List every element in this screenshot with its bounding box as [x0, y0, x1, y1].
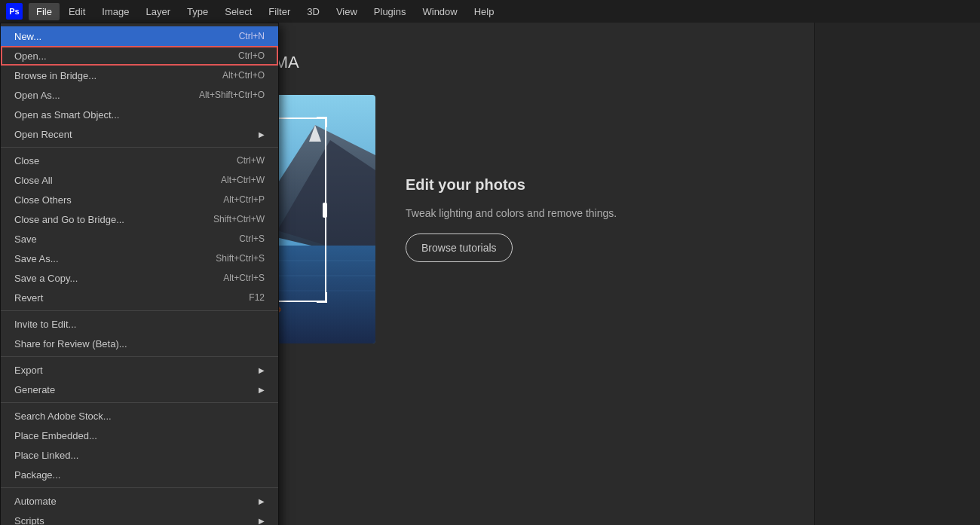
menu-item-close[interactable]: Close Ctrl+W: [1, 151, 278, 170]
menu-item-place-linked-label: Place Linked...: [14, 450, 265, 461]
scripts-arrow: ▶: [259, 517, 265, 525]
menu-item-open-smart-label: Open as Smart Object...: [14, 109, 265, 121]
right-panel: [814, 23, 980, 525]
menu-select[interactable]: Select: [217, 3, 259, 20]
browse-tutorials-button[interactable]: Browse tutorials: [406, 234, 513, 262]
menu-item-place-embedded[interactable]: Place Embedded...: [1, 426, 278, 445]
menu-item-scripts[interactable]: Scripts ▶: [1, 511, 278, 525]
menu-item-new-label: New...: [14, 31, 224, 42]
menu-edit[interactable]: Edit: [61, 3, 93, 20]
export-arrow: ▶: [259, 366, 265, 374]
menu-type[interactable]: Type: [179, 3, 216, 20]
menu-item-generate-label: Generate: [14, 384, 251, 395]
menu-item-open-as-shortcut: Alt+Shift+Ctrl+O: [199, 90, 265, 100]
menu-item-package-label: Package...: [14, 469, 265, 481]
menu-plugins[interactable]: Plugins: [366, 3, 414, 20]
automate-arrow: ▶: [259, 497, 265, 505]
menu-item-save-copy[interactable]: Save a Copy... Alt+Ctrl+S: [1, 268, 278, 288]
menu-item-open-shortcut: Ctrl+O: [238, 50, 265, 61]
open-recent-arrow: ▶: [259, 130, 265, 139]
separator-5: [1, 487, 278, 488]
menu-item-export-label: Export: [14, 365, 251, 376]
menu-item-save-as[interactable]: Save As... Shift+Ctrl+S: [1, 249, 278, 268]
menu-item-place-linked[interactable]: Place Linked...: [1, 445, 278, 465]
menu-item-place-embedded-label: Place Embedded...: [14, 430, 265, 441]
menu-item-open[interactable]: Open... Ctrl+O: [1, 46, 278, 66]
menu-layer[interactable]: Layer: [139, 3, 179, 20]
menu-item-close-all-shortcut: Alt+Ctrl+W: [221, 175, 265, 185]
menubar: Ps File Edit Image Layer Type Select Fil…: [0, 0, 980, 23]
card-description: Tweak lighting and colors and remove thi…: [406, 206, 617, 221]
menu-file[interactable]: File: [29, 3, 60, 20]
menu-help[interactable]: Help: [467, 3, 502, 20]
menu-item-browse-bridge[interactable]: Browse in Bridge... Alt+Ctrl+O: [1, 66, 278, 85]
menu-image[interactable]: Image: [94, 3, 136, 20]
menu-item-search-stock[interactable]: Search Adobe Stock...: [1, 406, 278, 426]
menu-item-share-review[interactable]: Share for Review (Beta)...: [1, 334, 278, 353]
menu-item-save-label: Save: [14, 234, 224, 245]
menu-item-close-others-shortcut: Alt+Ctrl+P: [223, 194, 265, 205]
menu-item-new-shortcut: Ctrl+N: [239, 31, 265, 41]
menu-item-close-label: Close: [14, 155, 222, 166]
menu-item-search-stock-label: Search Adobe Stock...: [14, 411, 265, 422]
menu-item-export[interactable]: Export ▶: [1, 360, 278, 380]
menu-item-revert-label: Revert: [14, 292, 234, 304]
menu-item-close-shortcut: Ctrl+W: [237, 155, 265, 166]
menu-item-revert[interactable]: Revert F12: [1, 288, 278, 307]
separator-2: [1, 310, 278, 311]
menu-item-open-smart[interactable]: Open as Smart Object...: [1, 105, 278, 124]
menu-item-save-shortcut: Ctrl+S: [239, 234, 265, 244]
menu-item-open-as-label: Open As...: [14, 90, 184, 101]
menu-item-share-review-label: Share for Review (Beta)...: [14, 338, 265, 349]
menu-item-close-all[interactable]: Close All Alt+Ctrl+W: [1, 170, 278, 190]
generate-arrow: ▶: [259, 386, 265, 394]
menu-item-browse-bridge-shortcut: Alt+Ctrl+O: [222, 70, 265, 81]
menu-window[interactable]: Window: [415, 3, 464, 20]
menu-item-browse-bridge-label: Browse in Bridge...: [14, 70, 207, 81]
menu-item-open-recent[interactable]: Open Recent ▶: [1, 124, 278, 144]
menu-item-package[interactable]: Package...: [1, 465, 278, 484]
info-panel: Edit your photos Tweak lighting and colo…: [406, 176, 617, 262]
menu-item-close-bridge[interactable]: Close and Go to Bridge... Shift+Ctrl+W: [1, 209, 278, 229]
menu-3d[interactable]: 3D: [299, 3, 327, 20]
menu-item-invite-edit[interactable]: Invite to Edit...: [1, 314, 278, 334]
menu-item-close-all-label: Close All: [14, 175, 206, 186]
menu-item-close-bridge-label: Close and Go to Bridge...: [14, 214, 198, 225]
menu-item-save-copy-label: Save a Copy...: [14, 273, 208, 284]
separator-4: [1, 402, 278, 403]
card-heading: Edit your photos: [406, 176, 617, 194]
menu-item-open-recent-label: Open Recent: [14, 129, 251, 140]
menu-view[interactable]: View: [329, 3, 365, 20]
menu-item-save-as-shortcut: Shift+Ctrl+S: [216, 253, 265, 264]
menu-item-scripts-label: Scripts: [14, 515, 251, 526]
separator-3: [1, 356, 278, 357]
menu-item-automate-label: Automate: [14, 496, 251, 507]
menu-item-generate[interactable]: Generate ▶: [1, 380, 278, 399]
menu-item-automate[interactable]: Automate ▶: [1, 491, 278, 511]
menu-item-invite-edit-label: Invite to Edit...: [14, 319, 265, 330]
menu-item-save-copy-shortcut: Alt+Ctrl+S: [223, 273, 265, 283]
menu-item-save[interactable]: Save Ctrl+S: [1, 229, 278, 249]
menu-item-close-others-label: Close Others: [14, 194, 208, 206]
file-dropdown-panel: New... Ctrl+N Open... Ctrl+O Browse in B…: [0, 23, 279, 525]
menu-item-revert-shortcut: F12: [249, 292, 265, 303]
menu-item-new[interactable]: New... Ctrl+N: [1, 26, 278, 46]
separator-1: [1, 147, 278, 148]
menu-item-open-as[interactable]: Open As... Alt+Shift+Ctrl+O: [1, 85, 278, 105]
menu-item-open-label: Open...: [14, 50, 223, 62]
file-menu-dropdown: New... Ctrl+N Open... Ctrl+O Browse in B…: [0, 23, 279, 525]
menu-item-save-as-label: Save As...: [14, 253, 201, 264]
menu-filter[interactable]: Filter: [261, 3, 298, 20]
ps-logo: Ps: [6, 3, 23, 20]
menu-item-close-bridge-shortcut: Shift+Ctrl+W: [213, 214, 265, 224]
menu-item-close-others[interactable]: Close Others Alt+Ctrl+P: [1, 190, 278, 209]
